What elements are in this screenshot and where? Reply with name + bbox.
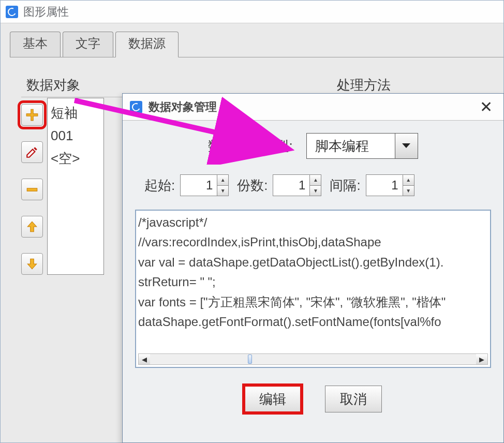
copies-group: 份数: ▲ ▼: [237, 174, 321, 196]
copies-input[interactable]: [273, 175, 309, 196]
edit-button[interactable]: 编辑: [244, 386, 301, 412]
spin-up-icon[interactable]: ▲: [403, 175, 414, 186]
spin-down-icon[interactable]: ▼: [403, 186, 414, 196]
script-content[interactable]: /*javascript*/ //vars:recordIndex,isPrin…: [138, 213, 488, 352]
main-tabstrip: 基本 文字 数据源: [10, 34, 503, 57]
remove-object-button[interactable]: [21, 179, 43, 200]
data-object-list[interactable]: 短袖 001 <空>: [47, 98, 104, 275]
interval-label: 间隔:: [330, 176, 360, 195]
spin-down-icon[interactable]: ▼: [217, 186, 228, 196]
list-item[interactable]: 001: [51, 124, 100, 147]
start-input[interactable]: [181, 175, 217, 196]
tab-text[interactable]: 文字: [63, 32, 113, 57]
interval-group: 间隔: ▲ ▼: [330, 174, 414, 196]
list-item[interactable]: 短袖: [51, 101, 100, 124]
svg-rect-0: [27, 188, 37, 191]
main-titlebar: 图形属性: [1, 1, 503, 23]
arrow-up-icon: [25, 220, 39, 233]
scroll-thumb[interactable]: [248, 355, 252, 364]
start-group: 起始: ▲ ▼: [144, 174, 229, 196]
horizontal-scrollbar[interactable]: ◀ ▶: [138, 353, 488, 365]
interval-spinner[interactable]: ▲ ▼: [366, 174, 414, 196]
type-row: 数据对象类型: 脚本编程: [134, 133, 492, 159]
data-objects-panel: 短袖 001 <空>: [21, 98, 104, 275]
combo-value: 脚本编程: [307, 134, 395, 158]
spinner-buttons[interactable]: ▲ ▼: [309, 175, 321, 196]
tab-basic[interactable]: 基本: [10, 32, 61, 57]
scroll-track[interactable]: [150, 354, 476, 364]
copies-spinner[interactable]: ▲ ▼: [273, 174, 321, 196]
start-label: 起始:: [144, 176, 175, 195]
plus-icon: [25, 108, 39, 122]
edit-object-button[interactable]: [21, 141, 43, 163]
spinner-buttons[interactable]: ▲ ▼: [403, 175, 414, 196]
copies-label: 份数:: [237, 176, 268, 195]
app-icon: [130, 101, 142, 113]
spin-up-icon[interactable]: ▲: [310, 175, 321, 186]
type-label: 数据对象类型:: [208, 137, 292, 155]
data-object-management-dialog: 数据对象管理 ✕ 数据对象类型: 脚本编程 起始: ▲ ▼: [122, 93, 504, 443]
object-type-combo[interactable]: 脚本编程: [306, 133, 418, 159]
move-down-button[interactable]: [21, 253, 43, 275]
dialog-title: 数据对象管理: [149, 99, 217, 115]
dialog-titlebar: 数据对象管理 ✕: [123, 94, 503, 121]
start-spinner[interactable]: ▲ ▼: [180, 174, 229, 196]
list-item[interactable]: <空>: [51, 147, 100, 170]
spinner-buttons[interactable]: ▲ ▼: [217, 175, 228, 196]
move-up-button[interactable]: [21, 216, 43, 238]
spin-up-icon[interactable]: ▲: [217, 175, 228, 186]
minus-icon: [25, 183, 39, 196]
add-object-button[interactable]: [21, 104, 43, 126]
cancel-button[interactable]: 取消: [325, 386, 382, 412]
tab-datasource[interactable]: 数据源: [115, 32, 179, 57]
arrow-down-icon: [25, 257, 39, 271]
dialog-buttons: 编辑 取消: [134, 386, 492, 412]
interval-input[interactable]: [366, 175, 403, 196]
close-icon[interactable]: ✕: [476, 97, 496, 117]
pencil-icon: [25, 145, 39, 159]
data-objects-toolbar: [21, 104, 43, 275]
app-icon: [6, 6, 18, 18]
dialog-body: 数据对象类型: 脚本编程 起始: ▲ ▼ 份数:: [123, 121, 503, 418]
chevron-down-icon[interactable]: [395, 134, 418, 158]
spin-down-icon[interactable]: ▼: [310, 186, 321, 196]
group-label-processing: 处理方法: [337, 76, 391, 94]
script-editor[interactable]: /*javascript*/ //vars:recordIndex,isPrin…: [135, 210, 491, 368]
scroll-left-icon[interactable]: ◀: [139, 354, 150, 364]
group-label-data-objects: 数据对象: [26, 76, 80, 94]
scroll-right-icon[interactable]: ▶: [476, 354, 487, 364]
range-row: 起始: ▲ ▼ 份数: ▲ ▼: [144, 174, 492, 196]
window-title: 图形属性: [23, 4, 69, 20]
